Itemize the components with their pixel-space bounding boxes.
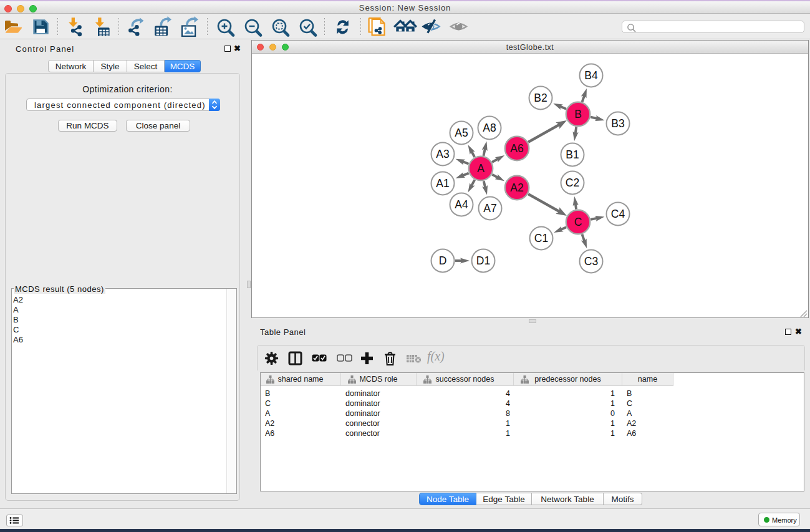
svg-text:C2: C2 xyxy=(566,177,579,189)
svg-text:C: C xyxy=(574,216,582,228)
svg-text:C3: C3 xyxy=(584,255,598,268)
svg-text:A3: A3 xyxy=(436,148,449,160)
svg-text:A2: A2 xyxy=(510,181,523,194)
svg-text:D: D xyxy=(439,254,447,267)
svg-text:B: B xyxy=(574,108,582,120)
svg-text:C4: C4 xyxy=(611,208,625,220)
svg-text:A8: A8 xyxy=(483,122,496,134)
svg-text:B2: B2 xyxy=(534,92,547,104)
svg-text:C1: C1 xyxy=(534,232,548,244)
svg-text:B4: B4 xyxy=(584,69,598,82)
svg-text:A: A xyxy=(477,162,485,175)
svg-text:A4: A4 xyxy=(455,198,468,211)
svg-text:B3: B3 xyxy=(611,117,624,130)
svg-text:A5: A5 xyxy=(455,127,468,139)
svg-text:B1: B1 xyxy=(566,148,579,161)
svg-text:A6: A6 xyxy=(510,142,523,155)
svg-text:A1: A1 xyxy=(436,177,449,190)
svg-text:A7: A7 xyxy=(483,202,496,215)
svg-text:D1: D1 xyxy=(476,254,490,267)
